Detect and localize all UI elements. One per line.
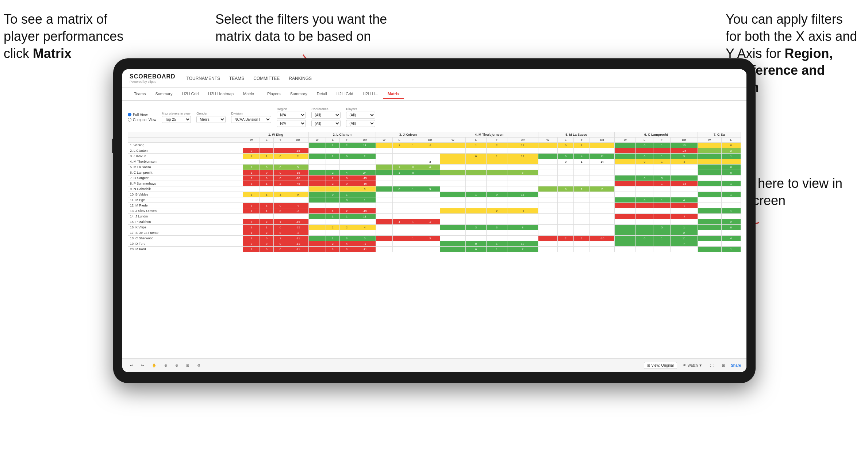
matrix-cell [538, 214, 558, 219]
player-name-cell: 20. M Ford [128, 247, 243, 252]
matrix-cell: 0 [340, 154, 354, 159]
matrix-cell: 1 [653, 181, 670, 186]
matrix-cell [636, 165, 653, 170]
matrix-cell: 1 [273, 192, 287, 197]
matrix-cell [721, 175, 741, 181]
division-select[interactable]: NCAA Division I NCAA Division II NAIA [231, 116, 271, 123]
full-view-option[interactable]: Full View [128, 113, 156, 117]
fit-btn[interactable]: ⊞ [184, 362, 191, 368]
subnav-h2h-h[interactable]: H2H H... [358, 89, 383, 99]
matrix-cell [589, 230, 615, 236]
max-players-select[interactable]: Top 25 Top 10 Top 50 [162, 116, 191, 123]
zoom-out-btn[interactable]: ⊖ [173, 362, 180, 368]
view-original-btn[interactable]: ⊞ View: Original [644, 362, 677, 369]
matrix-container[interactable]: 1. W Ding 2. L Clanton 3. J Koivun 4. M … [128, 132, 741, 252]
matrix-cell [698, 175, 721, 181]
matrix-cell [406, 175, 420, 181]
matrix-cell: -3 [287, 208, 309, 214]
player-name-cell: 6. C Lamprecht [128, 170, 243, 175]
subnav-players[interactable]: Players [263, 89, 285, 99]
matrix-cell [653, 214, 670, 219]
players-select-1[interactable]: (All) [346, 112, 375, 119]
matrix-cell [260, 197, 274, 203]
matrix-cell [326, 197, 339, 203]
matrix-cell [376, 230, 392, 236]
matrix-cell: -7 [671, 214, 698, 219]
matrix-cell: 4 [721, 236, 741, 241]
matrix-cell [308, 203, 326, 208]
matrix-cell [440, 192, 466, 197]
matrix-cell [440, 247, 466, 252]
subnav-summary[interactable]: Summary [151, 89, 177, 99]
matrix-cell: 0 [273, 203, 287, 208]
matrix-cell [420, 181, 440, 186]
annotation-topleft-bold: Matrix [33, 46, 72, 61]
annotation-topleft: To see a matrix of player performances c… [4, 11, 135, 62]
zoom-in-btn[interactable]: ⊕ [162, 362, 169, 368]
matrix-cell [420, 148, 440, 154]
nav-rankings[interactable]: RANKINGS [289, 76, 312, 81]
subnav-h2h-heatmap[interactable]: H2H Heatmap [204, 89, 238, 99]
pan-btn[interactable]: ✋ [150, 362, 158, 368]
matrix-cell [420, 241, 440, 247]
col-header-4: 4. M Thorbjornsen [440, 132, 538, 138]
subnav-h2h-grid[interactable]: H2H Grid [177, 89, 203, 99]
full-view-radio[interactable] [128, 113, 131, 116]
matrix-cell: 2 [354, 154, 376, 159]
matrix-cell [721, 203, 741, 208]
matrix-cell: 0 [558, 159, 574, 165]
grid-btn[interactable]: ⊞ [720, 362, 727, 368]
conference-select-1[interactable]: (All) [311, 112, 341, 119]
player-name-cell: 1. W Ding [128, 143, 243, 148]
col-header-7: 7. G Sa [698, 132, 741, 138]
matrix-cell [308, 247, 326, 252]
nav-tournaments[interactable]: TOURNAMENTS [187, 76, 220, 81]
matrix-cell: 1 [273, 219, 287, 225]
sh-l2: L [326, 138, 339, 143]
share-btn[interactable]: Share [731, 363, 741, 367]
matrix-cell [308, 225, 326, 230]
matrix-cell [466, 159, 487, 165]
watch-btn[interactable]: 👁 Watch ▼ [681, 362, 704, 368]
matrix-cell [440, 143, 466, 148]
subnav-teams[interactable]: Teams [130, 89, 150, 99]
redo-btn[interactable]: ↪ [139, 362, 146, 368]
matrix-cell: 1 [653, 143, 670, 148]
matrix-cell [243, 186, 260, 192]
matrix-cell [721, 197, 741, 203]
subnav-players-summary[interactable]: Summary [286, 89, 312, 99]
compact-view-radio[interactable] [128, 118, 131, 121]
matrix-cell [308, 236, 326, 241]
matrix-cell: 0 [558, 154, 574, 159]
matrix-cell: 1 [243, 192, 260, 197]
subnav-matrix-active[interactable]: Matrix [383, 89, 404, 99]
matrix-cell [574, 247, 590, 252]
matrix-cell [420, 230, 440, 236]
matrix-cell: 0 [260, 247, 274, 252]
conference-select-2[interactable]: (All) [311, 120, 341, 127]
compact-view-option[interactable]: Compact View [128, 118, 156, 122]
matrix-cell [392, 175, 406, 181]
region-select-1[interactable]: N/A East West [277, 112, 306, 119]
region-select-2[interactable]: N/A [277, 120, 306, 127]
nav-teams[interactable]: TEAMS [229, 76, 244, 81]
matrix-cell: 0 [273, 170, 287, 175]
matrix-cell [466, 236, 487, 241]
undo-btn[interactable]: ↩ [128, 362, 135, 368]
gender-select[interactable]: Men's Women's [196, 116, 226, 123]
screen-btn[interactable]: ⛶ [708, 362, 716, 368]
nav-committee[interactable]: COMMITTEE [253, 76, 280, 81]
matrix-cell [260, 148, 274, 154]
matrix-cell [376, 219, 392, 225]
settings-btn[interactable]: ⚙ [195, 362, 203, 368]
players-select-2[interactable]: (All) [346, 120, 375, 127]
sh-t4: T [487, 138, 507, 143]
subnav-detail[interactable]: Detail [312, 89, 331, 99]
subnav-matrix-left[interactable]: Matrix [239, 89, 258, 99]
subnav-h2h-grid-2[interactable]: H2H Grid [332, 89, 358, 99]
content-area[interactable]: Full View Compact View Max players in vi… [122, 101, 746, 358]
matrix-cell [420, 197, 440, 203]
matrix-cell: 3 [340, 247, 354, 252]
matrix-cell: 0 [273, 225, 287, 230]
sh-w7: W [698, 138, 721, 143]
